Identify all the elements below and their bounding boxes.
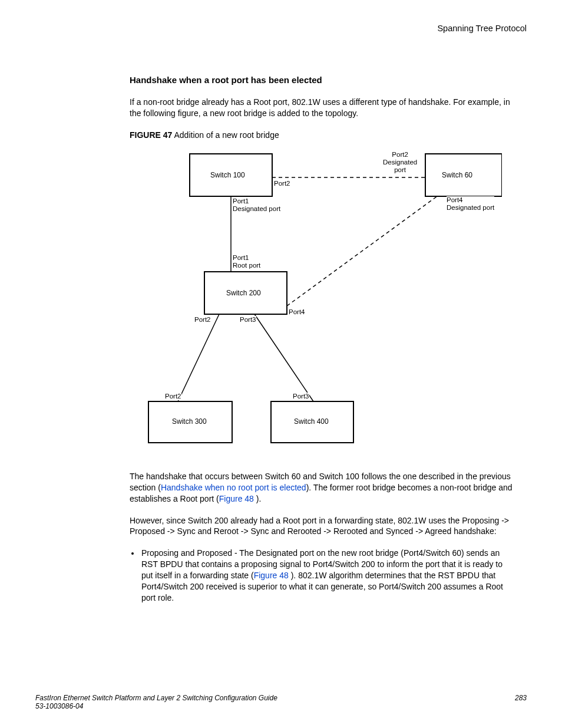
figure-caption: FIGURE 47 Addition of a new root bridge (130, 130, 515, 141)
switch-400-label: Switch 400 (294, 417, 329, 426)
footer-doc-number: 53-1003086-04 (35, 702, 277, 710)
switch-300-label: Switch 300 (172, 417, 207, 426)
figure-title: Addition of a new root bridge (174, 130, 279, 140)
page-footer: FastIron Ethernet Switch Platform and La… (35, 694, 527, 710)
port1-designated-label: Port1Designated port (233, 197, 280, 213)
svg-line-9 (287, 196, 437, 306)
port2-left-label: Port2 (194, 316, 211, 324)
footer-page-number: 283 (515, 694, 527, 710)
link-figure-48-b[interactable]: Figure 48 (254, 571, 291, 580)
port4-designated-label: Port4Designated port (447, 196, 494, 212)
svg-line-7 (254, 314, 313, 401)
figure-label: FIGURE 47 (130, 130, 172, 140)
port1-root-label: Port1Root port (233, 254, 260, 269)
port4-label: Port4 (289, 308, 305, 316)
paragraph-after-figure-1: The handshake that occurs between Switch… (130, 471, 515, 505)
port2-designated-label: Port2Designatedport (383, 151, 417, 174)
main-content: Handshake when a root port has been elec… (130, 74, 515, 604)
port3-bottom-label: Port3 (293, 393, 309, 400)
svg-line-6 (178, 314, 219, 401)
paragraph-after-figure-2: However, since Switch 200 already had a … (130, 515, 515, 538)
port2-bottom-label: Port2 (165, 393, 181, 400)
link-handshake-no-root[interactable]: Handshake when no root port is elected (161, 483, 306, 492)
topology-diagram: Switch 100 Switch 60 Switch 200 Switch 3… (143, 148, 502, 460)
page-header-section: Spanning Tree Protocol (35, 24, 527, 33)
link-figure-48-a[interactable]: Figure 48 (219, 494, 256, 503)
intro-paragraph: If a non-root bridge already has a Root … (130, 97, 515, 119)
footer-left: FastIron Ethernet Switch Platform and La… (35, 694, 277, 710)
footer-doc-title: FastIron Ethernet Switch Platform and La… (35, 694, 277, 702)
port2-label-top: Port2 (274, 180, 290, 187)
bullet-proposing: Proposing and Proposed - The Designated … (140, 548, 515, 603)
switch-60-label: Switch 60 (442, 170, 472, 180)
section-heading: Handshake when a root port has been elec… (130, 74, 515, 86)
handshake-bullets: Proposing and Proposed - The Designated … (130, 548, 515, 603)
port3-label: Port3 (240, 316, 256, 324)
switch-100-label: Switch 100 (210, 170, 245, 180)
switch-200-label: Switch 200 (226, 288, 261, 298)
para2-post: ). (256, 494, 262, 503)
